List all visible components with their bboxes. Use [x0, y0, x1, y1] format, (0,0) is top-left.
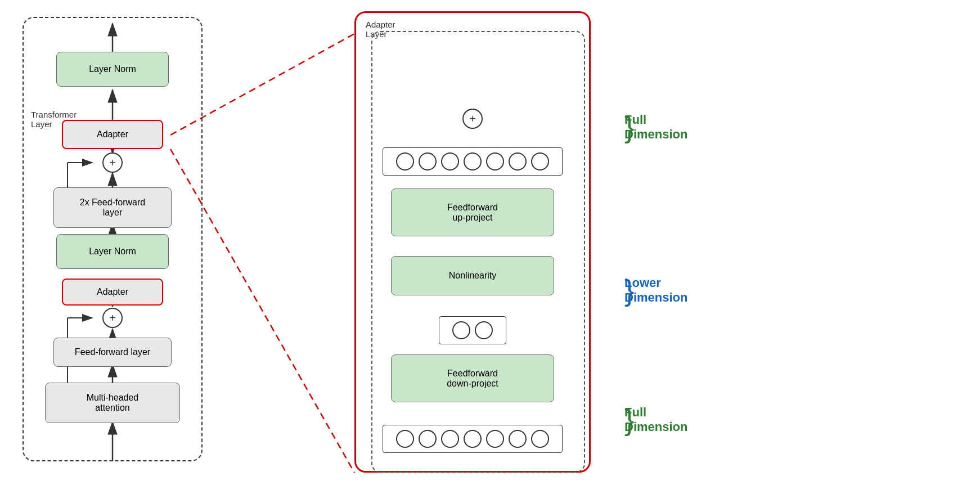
neuron-6	[509, 152, 527, 170]
neuron-2	[419, 152, 437, 170]
layer-norm-bottom-box: Layer Norm	[56, 234, 169, 269]
neuron-small-2	[475, 321, 493, 339]
neuron-b3	[441, 430, 459, 448]
neuron-1	[396, 152, 414, 170]
full-dimension-bottom-group: } Full Dimension	[624, 405, 634, 434]
feedforward-up-box: Feedforwardup-project	[391, 188, 554, 236]
neuron-b5	[486, 430, 504, 448]
neuron-b6	[509, 430, 527, 448]
neuron-b4	[464, 430, 482, 448]
lower-dimension-label: Lower Dimension	[624, 276, 687, 305]
feedforward-down-box: Feedforwarddown-project	[391, 354, 554, 402]
full-dim-bottom-row	[383, 425, 563, 453]
neuron-4	[464, 152, 482, 170]
plus-circle-top: +	[102, 152, 123, 173]
feedforward-2x-box: 2x Feed-forwardlayer	[53, 187, 172, 228]
full-dimension-top-group: } Full Dimension	[624, 113, 634, 142]
adapter-top-box: Adapter	[62, 120, 163, 149]
adapter-bottom-box: Adapter	[62, 279, 163, 306]
neuron-small-1	[452, 321, 470, 339]
adapter-plus-circle: +	[462, 109, 483, 129]
lower-dim-row	[439, 316, 506, 344]
plus-circle-bottom: +	[102, 308, 123, 328]
neuron-b7	[531, 430, 549, 448]
feedforward-1x-box: Feed-forward layer	[53, 338, 172, 367]
full-dimension-top-label: Full Dimension	[624, 113, 687, 142]
full-dim-top-row	[383, 147, 563, 176]
multi-head-box: Multi-headedattention	[45, 383, 180, 423]
neuron-b1	[396, 430, 414, 448]
neuron-b2	[419, 430, 437, 448]
neuron-5	[486, 152, 504, 170]
full-dimension-bottom-label: Full Dimension	[624, 405, 687, 434]
adapter-detail-label: AdapterLayer	[366, 20, 395, 39]
layer-norm-top-box: Layer Norm	[56, 52, 169, 87]
lower-dimension-group: } Lower Dimension	[624, 276, 634, 305]
diagram: TransformerLayer Layer Norm + Adapter 2x…	[0, 0, 980, 485]
nonlinearity-box: Nonlinearity	[391, 256, 554, 295]
neuron-7	[531, 152, 549, 170]
neuron-3	[441, 152, 459, 170]
adapter-outer-box	[354, 11, 591, 473]
